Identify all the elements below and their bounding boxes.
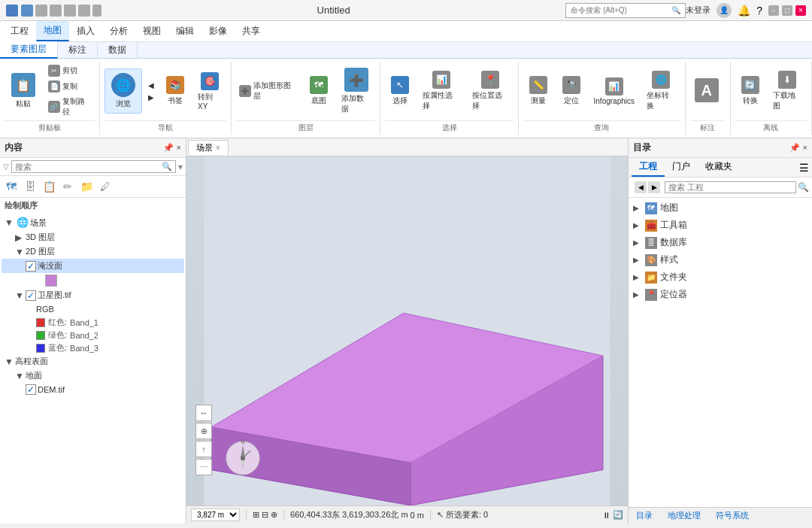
command-search-input[interactable] xyxy=(571,6,671,14)
paste-button[interactable]: 📋 粘贴 xyxy=(5,68,42,114)
catalog-close-icon[interactable]: × xyxy=(803,143,807,153)
minimize-button[interactable]: － xyxy=(768,5,779,16)
satellite-checkbox[interactable]: ✓ xyxy=(26,290,36,301)
command-search[interactable]: 🔍 xyxy=(565,3,686,18)
tree-item-2d[interactable]: ▼ 2D 图层 xyxy=(2,244,184,259)
select-by-attribute-button[interactable]: 📊 按属性选择 xyxy=(418,68,464,114)
locator-expand[interactable]: ▶ xyxy=(633,290,642,299)
basemap-button[interactable]: 🗺 底图 xyxy=(304,73,334,109)
menu-bianji[interactable]: 编辑 xyxy=(168,22,201,41)
map-north-icon[interactable]: ↑ xyxy=(195,441,212,457)
ribbon-tab-shuju[interactable]: 数据 xyxy=(98,42,138,58)
pencil-icon[interactable]: ✏ xyxy=(59,178,76,195)
tab-portal[interactable]: 门户 xyxy=(665,158,698,177)
tree-item-3d[interactable]: ▶ 3D 图层 xyxy=(2,230,184,244)
undo2-icon[interactable] xyxy=(64,5,76,17)
map-more-icon[interactable]: ⋯ xyxy=(195,459,212,475)
catalog-search-icon[interactable]: 🔍 xyxy=(798,182,809,193)
notifications-icon[interactable]: 🔔 xyxy=(738,5,750,17)
search-input-wrap[interactable]: 🔍 xyxy=(11,160,176,173)
paint-icon[interactable]: 🖊 xyxy=(97,178,114,195)
floodlayer-checkbox[interactable]: ✓ xyxy=(26,261,36,272)
catalog-menu-icon[interactable]: ☰ xyxy=(799,162,809,174)
select-by-location-button[interactable]: 📍 按位置选择 xyxy=(468,68,514,114)
style-expand[interactable]: ▶ xyxy=(633,256,642,264)
toolbox-expand[interactable]: ▶ xyxy=(633,221,642,229)
scale-select[interactable]: 3,827 m xyxy=(191,508,240,521)
back-arrow[interactable]: ◀ xyxy=(635,181,647,193)
menu-gongcheng[interactable]: 工程 xyxy=(3,22,36,41)
convert-button[interactable]: 🔄 转换 xyxy=(735,73,765,109)
undo-icon[interactable] xyxy=(50,5,62,17)
database-expand[interactable]: ▶ xyxy=(633,238,642,247)
new-group-icon[interactable]: 📁 xyxy=(78,178,95,195)
menu-gongxiang[interactable]: 共享 xyxy=(235,22,268,41)
catalog-item-database[interactable]: ▶ 🗄 数据库 xyxy=(629,234,812,251)
tree-item-scene[interactable]: ▼ 🌐 场景 xyxy=(2,215,184,230)
menu-shitu[interactable]: 视图 xyxy=(135,22,168,41)
tree-item-ground[interactable]: ▼ 地面 xyxy=(2,369,184,383)
add-graphic-layer-button[interactable]: ➕ 添加图形图层 xyxy=(236,79,301,103)
map-view[interactable]: ↔ ⊕ ↑ ⋯ N xyxy=(186,156,628,505)
bottom-tab-catalog[interactable]: 目录 xyxy=(629,508,660,523)
grid2-icon[interactable]: ⊟ xyxy=(262,510,268,520)
panel-pin-icon[interactable]: 📌 xyxy=(163,143,174,153)
grid-icon[interactable]: ⊞ xyxy=(253,510,259,520)
catalog-item-map[interactable]: ▶ 🗺 地图 xyxy=(629,199,812,217)
a-icon[interactable]: A xyxy=(690,75,723,107)
save-icon[interactable] xyxy=(21,5,33,17)
floodlayer-color-swatch[interactable] xyxy=(45,275,57,287)
expand-icon[interactable] xyxy=(92,5,102,17)
search-expand-icon[interactable]: ▾ xyxy=(178,162,183,172)
browse-button[interactable]: 🌐 浏览 xyxy=(105,68,142,114)
select-button[interactable]: ↖ 选择 xyxy=(385,73,415,109)
filter-icon[interactable]: ▽ xyxy=(3,162,9,171)
catalog-item-locator[interactable]: ▶ 📍 定位器 xyxy=(629,286,812,303)
user-label[interactable]: 未登录 xyxy=(686,5,710,16)
goto-xy-button[interactable]: 🎯 转到XY xyxy=(193,69,226,114)
scene-tab[interactable]: 场景 × xyxy=(188,140,229,155)
infographics-button[interactable]: 📊 Infographics xyxy=(589,74,638,108)
bottom-tab-geoprocessing[interactable]: 地理处理 xyxy=(660,508,708,523)
forward-button[interactable]: ▶ xyxy=(145,92,157,103)
copy-button[interactable]: 📄 复制 xyxy=(45,79,95,94)
grid3-icon[interactable]: ⊕ xyxy=(271,510,277,520)
panel-close-icon[interactable]: × xyxy=(177,143,181,153)
download-map-button[interactable]: ⬇ 下载地图 xyxy=(768,68,807,114)
bottom-tab-symbology[interactable]: 符号系统 xyxy=(708,508,756,523)
open-icon[interactable] xyxy=(35,5,47,17)
tree-item-dem[interactable]: ✓ DEM.tif xyxy=(2,383,184,396)
copy-path-button[interactable]: 🔗 复制路径 xyxy=(45,95,95,119)
menu-yingxiang[interactable]: 影像 xyxy=(201,22,235,41)
3d-expand[interactable]: ▶ xyxy=(15,232,26,243)
tab-favorites[interactable]: 收藏夹 xyxy=(698,158,740,177)
dem-checkbox[interactable]: ✓ xyxy=(26,384,36,395)
map-fullextent-icon[interactable]: ⊕ xyxy=(195,423,212,439)
tab-project[interactable]: 工程 xyxy=(632,158,665,177)
measure-button[interactable]: 📏 测量 xyxy=(523,73,553,109)
map-expand[interactable]: ▶ xyxy=(633,204,642,212)
satellite-expand[interactable]: ▼ xyxy=(15,290,26,301)
add-layer-icon[interactable]: 🗺 xyxy=(3,178,20,195)
ribbon-tab-biaozhu[interactable]: 标注 xyxy=(58,42,98,58)
catalog-item-style[interactable]: ▶ 🎨 样式 xyxy=(629,251,812,269)
2d-expand[interactable]: ▼ xyxy=(15,247,26,257)
redo-icon[interactable] xyxy=(78,5,90,17)
catalog-pin-icon[interactable]: 📌 xyxy=(789,143,800,153)
catalog-search-input[interactable] xyxy=(665,181,796,193)
tree-item-floodlayer[interactable]: ✓ 淹没面 xyxy=(2,259,184,273)
table-icon[interactable]: 📋 xyxy=(41,178,57,195)
add-data-button[interactable]: ➕ 添加数据 xyxy=(337,65,376,117)
maximize-button[interactable]: □ xyxy=(782,5,792,16)
help-icon[interactable]: ? xyxy=(756,5,762,17)
scene-tab-close[interactable]: × xyxy=(216,144,220,152)
catalog-item-folder[interactable]: ▶ 📁 文件夹 xyxy=(629,269,812,286)
coord-transform-button[interactable]: 🌐 坐标转换 xyxy=(642,68,680,114)
ribbon-tab-yaosu[interactable]: 要素图层 xyxy=(0,41,58,59)
ground-expand[interactable]: ▼ xyxy=(15,371,26,381)
cut-button[interactable]: ✂ 剪切 xyxy=(45,63,95,78)
rgb-expand[interactable]: ▶ xyxy=(26,304,36,314)
close-button[interactable]: × xyxy=(795,5,806,16)
elevation-expand[interactable]: ▼ xyxy=(5,357,15,367)
user-avatar[interactable]: 👤 xyxy=(717,3,732,18)
